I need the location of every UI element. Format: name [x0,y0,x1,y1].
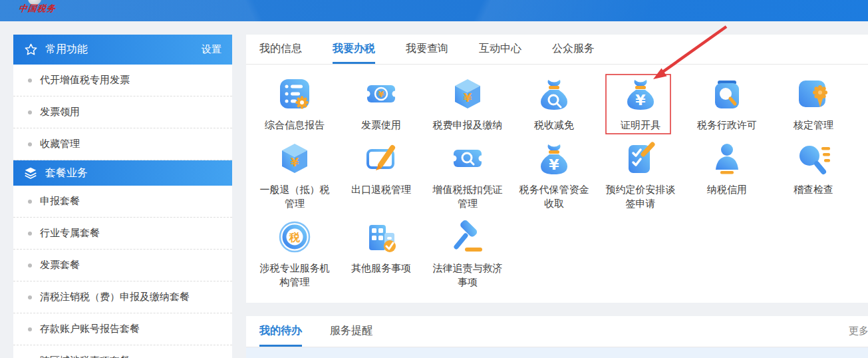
svg-text:¥: ¥ [549,156,559,173]
sidebar-item[interactable]: 收藏管理 [13,128,232,160]
tab-bottom-2[interactable]: 服务提醒 [330,316,372,347]
layers-icon [24,166,37,180]
grid-item-15[interactable]: 税涉税专业服务机构管理 [251,218,338,289]
gavel-icon [449,218,486,256]
grid-item-label: 法律追责与救济事项 [431,261,504,289]
site-logo: 中国税务 [18,3,57,15]
grid-item-label: 税务代保管资金收取 [517,182,591,210]
grid-item-label: 税收减免 [534,118,574,132]
sidebar-item[interactable]: 申报套餐 [13,186,232,218]
jar-search-icon [708,75,746,112]
grid-item-label: 涉税专业服务机构管理 [258,261,331,289]
bag-search-icon [535,75,573,112]
main-tab-bar: 我的信息我要办税我要查询互动中心公众服务 [246,35,868,65]
grid-item-label: 核定管理 [794,118,833,132]
sidebar-item[interactable]: 发票领用 [13,96,232,128]
bottom-panel: 我的待办服务提醒更多 [246,316,868,358]
grid-item-label: 纳税信用 [707,182,747,196]
bullet-dot-icon [28,264,32,268]
tab-main-5[interactable]: 公众服务 [552,35,595,64]
grid-item-14[interactable]: 稽查检查 [770,140,857,210]
sidebar-item[interactable]: 清税注销税（费）申报及缴纳套餐 [13,281,232,313]
grid-item-3[interactable]: ¥税费申报及缴纳 [424,75,511,132]
sidebar-header-label: 套餐业务 [45,166,88,180]
grid-item-17[interactable]: 法律追责与救济事项 [424,218,511,289]
top-banner: 中国税务 [0,0,868,21]
common-function-list: 代开增值税专用发票发票领用收藏管理 [13,65,232,160]
tab-main-3[interactable]: 我要查询 [406,35,448,64]
sidebar-item-label: 申报套餐 [40,195,80,208]
sidebar-item-label: 存款账户账号报告套餐 [40,323,140,335]
bullet-dot-icon [28,327,32,331]
svg-text:¥: ¥ [635,92,646,108]
grid-item-label: 其他服务事项 [351,261,411,275]
sidebar: 常用功能 设置 代开增值税专用发票发票领用收藏管理 套餐业务 申报套餐行业专属套… [13,35,232,358]
grid-item-4[interactable]: 税收减免 [511,75,597,132]
sidebar-item-label: 发票套餐 [40,259,80,271]
grid-item-13[interactable]: 纳税信用 [684,140,770,210]
sidebar-item-label: 代开增值税专用发票 [40,74,130,87]
grid-item-5[interactable]: ¥证明开具 [597,75,684,132]
star-icon [24,43,37,57]
grid-item-label: 税务行政许可 [697,118,757,132]
tab-main-2[interactable]: 我要办税 [333,35,375,64]
tab-bottom-1[interactable]: 我的待办 [259,316,302,347]
sidebar-item-label: 收藏管理 [40,138,80,150]
sidebar-item-label: 发票领用 [40,106,80,118]
bag-yen-icon: ¥ [535,140,573,177]
sidebar-header-common: 常用功能 设置 [13,35,232,65]
svg-text:税: 税 [289,232,300,243]
svg-text:¥: ¥ [291,155,299,169]
settings-button[interactable]: 设置 [202,43,221,56]
grid-item-label: 综合信息报告 [265,118,325,132]
bullet-dot-icon [28,295,32,299]
sidebar-item-label: 跨区域涉税事项套餐 [40,355,130,358]
tab-main-4[interactable]: 互动中心 [479,35,521,64]
grid-item-label: 出口退税管理 [351,182,411,196]
square-medal-icon [795,75,832,112]
grid-item-10[interactable]: 增值税抵扣凭证管理 [424,140,511,210]
grid-item-2[interactable]: ¥发票使用 [338,75,424,132]
grid-item-11[interactable]: ¥税务代保管资金收取 [511,140,597,210]
sidebar-header-label: 常用功能 [45,43,202,57]
magnifier-lines-icon [795,140,832,177]
person-icon [708,140,746,177]
sidebar-item[interactable]: 行业专属套餐 [13,218,232,250]
function-icon-grid: 综合信息报告¥发票使用¥税费申报及缴纳税收减免¥证明开具税务行政许可核定管理¥一… [246,65,868,297]
grid-item-label: 预约定价安排谈签申请 [604,182,677,210]
bottom-tab-bar: 我的待办服务提醒更多 [246,316,868,347]
sidebar-item-label: 清税注销税（费）申报及缴纳套餐 [40,291,190,303]
main-panel: 我的信息我要办税我要查询互动中心公众服务 综合信息报告¥发票使用¥税费申报及缴纳… [246,35,868,303]
grid-item-1[interactable]: 综合信息报告 [251,75,338,132]
bullet-dot-icon [28,200,32,204]
grid-item-9[interactable]: 出口退税管理 [338,140,424,210]
cube-yen-icon: ¥ [449,75,486,112]
grid-item-7[interactable]: 核定管理 [770,75,857,132]
svg-text:¥: ¥ [378,89,384,99]
grid-item-12[interactable]: 预约定价安排谈签申请 [597,140,684,210]
package-list: 申报套餐行业专属套餐发票套餐清税注销税（费）申报及缴纳套餐存款账户账号报告套餐跨… [13,186,232,358]
sidebar-item[interactable]: 代开增值税专用发票 [13,65,232,96]
list-gear-icon [276,75,313,112]
bullet-dot-icon [28,110,32,114]
ticket-pencil-icon [362,140,400,177]
bag-yen-icon: ¥ [622,75,659,112]
grid-item-8[interactable]: ¥一般退（抵）税管理 [251,140,338,210]
sidebar-item[interactable]: 发票套餐 [13,250,232,281]
tab-main-1[interactable]: 我的信息 [259,35,302,64]
todo-table-header-strip [246,347,868,358]
grid-item-label: 稽查检查 [794,182,833,196]
sidebar-item[interactable]: 存款账户账号报告套餐 [13,313,232,345]
more-link[interactable]: 更多 [849,325,868,337]
sidebar-item[interactable]: 跨区域涉税事项套餐 [13,345,232,358]
ring-tax-icon: 税 [276,218,313,256]
ticket-search-icon [449,140,486,177]
grid-item-label: 证明开具 [621,118,660,132]
grid-item-6[interactable]: 税务行政许可 [684,75,770,132]
grid-item-label: 增值税抵扣凭证管理 [431,182,504,210]
grid-item-label: 税费申报及缴纳 [433,118,503,132]
grid-item-label: 发票使用 [361,118,401,132]
doc-check-pencil-icon [622,140,659,177]
sidebar-item-label: 行业专属套餐 [40,227,100,240]
grid-item-16[interactable]: 其他服务事项 [338,218,424,289]
